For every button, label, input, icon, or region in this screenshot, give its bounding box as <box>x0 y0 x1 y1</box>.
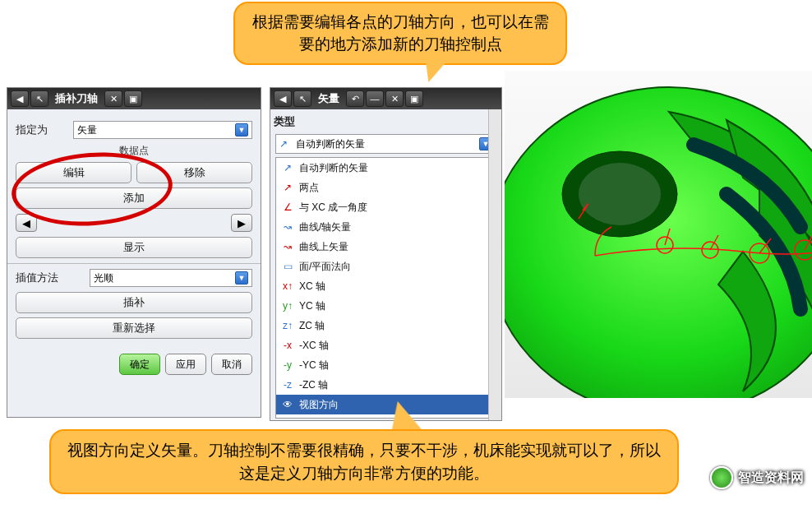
close-button[interactable]: ✕ <box>385 90 404 107</box>
option-icon: ▭ <box>281 260 294 273</box>
maximize-button[interactable]: ▣ <box>405 90 423 107</box>
specify-as-value: 矢量 <box>77 123 97 137</box>
interp-method-select[interactable]: 光顺 ▼ <box>90 269 252 287</box>
vector-type-option[interactable]: -z-ZC 轴 <box>276 375 496 395</box>
undo-button[interactable]: ↶ <box>346 90 364 107</box>
option-label: 按系数 <box>299 418 329 419</box>
type-group-label: 类型 <box>270 113 501 131</box>
option-icon: x↑ <box>281 280 294 293</box>
vector-type-combo[interactable]: ↗ 自动判断的矢量 ▼ <box>275 134 496 154</box>
reselect-button[interactable]: 重新选择 <box>16 317 252 339</box>
apply-button[interactable]: 应用 <box>165 354 206 375</box>
close-button[interactable]: ✕ <box>104 90 122 107</box>
vector-type-option[interactable]: ↗自动判断的矢量 <box>276 158 496 178</box>
interp-method-label: 插值方法 <box>16 271 90 285</box>
vector-type-option[interactable]: ↝曲线上矢量 <box>276 237 496 257</box>
viewport-3d[interactable] <box>505 71 812 398</box>
option-icon: ↗ <box>281 181 294 194</box>
vector-type-value: 自动判断的矢量 <box>296 137 365 151</box>
option-icon: -y <box>281 359 294 372</box>
option-icon: y↑ <box>281 299 294 312</box>
option-label: 视图方向 <box>299 398 339 412</box>
remove-button[interactable]: 移除 <box>136 162 252 183</box>
ok-button[interactable]: 确定 <box>119 354 160 375</box>
option-label: 两点 <box>299 181 319 195</box>
option-label: ZC 轴 <box>299 319 325 333</box>
divider <box>7 263 261 264</box>
svg-point-2 <box>579 163 661 225</box>
next-button[interactable]: ▶ <box>231 214 252 232</box>
dash-button[interactable]: — <box>366 90 384 107</box>
annotation-bottom: 视图方向定义矢量。刀轴控制不需要很精确，只要不干涉，机床能实现就可以了，所以这是… <box>49 429 679 494</box>
annotation-top-text: 根据需要编辑各点的刀轴方向，也可以在需要的地方添加新的刀轴控制点 <box>252 13 549 53</box>
back-button[interactable]: ◀ <box>11 90 29 107</box>
cancel-button[interactable]: 取消 <box>211 354 252 375</box>
vector-type-option[interactable]: x↑XC 轴 <box>276 276 496 296</box>
vector-type-option[interactable]: ∠与 XC 成一角度 <box>276 197 496 217</box>
edit-button[interactable]: 编辑 <box>16 162 131 183</box>
scrollbar[interactable] <box>488 109 501 420</box>
option-label: XC 轴 <box>299 280 325 294</box>
interpolate-button[interactable]: 插补 <box>16 292 252 313</box>
dropdown-arrow-icon: ▼ <box>235 123 248 137</box>
dropdown-arrow-icon: ▼ <box>235 271 248 285</box>
impeller-model <box>505 71 812 398</box>
display-button[interactable]: 显示 <box>16 237 252 258</box>
option-label: 曲线上矢量 <box>299 240 348 254</box>
option-icon: 👁 <box>281 398 294 411</box>
titlebar: ◀ ↖ 矢量 ↶ — ✕ ▣ <box>270 88 501 109</box>
option-icon: ↗ <box>281 161 294 174</box>
interp-method-value: 光顺 <box>94 271 113 285</box>
option-label: 面/平面法向 <box>299 260 351 274</box>
watermark: 智造资料网 <box>710 466 804 489</box>
titlebar: ◀ ↖ 插补刀轴 ✕ ▣ <box>7 88 261 109</box>
dialog-title: 插补刀轴 <box>50 91 103 106</box>
prev-button[interactable]: ◀ <box>16 214 37 232</box>
vector-type-option[interactable]: -y-YC 轴 <box>276 355 496 375</box>
option-icon: ↝ <box>281 240 294 253</box>
watermark-text: 智造资料网 <box>738 470 804 487</box>
annotation-top: 根据需要编辑各点的刀轴方向，也可以在需要的地方添加新的刀轴控制点 <box>233 2 567 65</box>
option-icon: z↑ <box>281 319 294 332</box>
dialog-interpolate-tool-axis: ◀ ↖ 插补刀轴 ✕ ▣ 指定为 矢量 ▼ 数据点 编辑 移除 添加 ◀ ▶ 显… <box>7 87 261 418</box>
datapoints-group-label: 数据点 <box>16 144 252 158</box>
vector-type-option[interactable]: ↝曲线/轴矢量 <box>276 217 496 237</box>
option-label: YC 轴 <box>299 299 325 313</box>
specify-as-select[interactable]: 矢量 ▼ <box>73 121 252 139</box>
option-icon: -z <box>281 378 294 391</box>
option-label: -YC 轴 <box>299 359 329 372</box>
inferred-vector-icon: ↗ <box>279 138 293 150</box>
vector-type-option[interactable]: ↗两点 <box>276 178 496 197</box>
option-label: -ZC 轴 <box>299 378 328 392</box>
dialog-title: 矢量 <box>313 91 344 106</box>
vector-type-list[interactable]: ↗自动判断的矢量↗两点∠与 XC 成一角度↝曲线/轴矢量↝曲线上矢量▭面/平面法… <box>275 157 496 419</box>
vector-type-option[interactable]: -x-XC 轴 <box>276 335 496 355</box>
annotation-bottom-text: 视图方向定义矢量。刀轴控制不需要很精确，只要不干涉，机床能实现就可以了，所以这是… <box>67 442 661 482</box>
dialog-body: 指定为 矢量 ▼ 数据点 编辑 移除 添加 ◀ ▶ 显示 插值方法 光顺 ▼ 插… <box>7 109 261 382</box>
option-icon: ∠ <box>281 201 294 214</box>
wechat-icon <box>710 466 733 489</box>
pin-icon[interactable]: ↖ <box>293 90 311 107</box>
add-button[interactable]: 添加 <box>16 187 252 209</box>
dialog-vector: ◀ ↖ 矢量 ↶ — ✕ ▣ 类型 ↗ 自动判断的矢量 ▼ ↗自动判断的矢量↗两… <box>270 87 502 421</box>
option-label: 与 XC 成一角度 <box>299 201 367 215</box>
specify-as-label: 指定为 <box>16 123 73 137</box>
option-icon: ↝ <box>281 220 294 234</box>
option-icon: -x <box>281 339 294 352</box>
pin-icon[interactable]: ↖ <box>30 90 48 107</box>
option-label: -XC 轴 <box>299 339 329 353</box>
maximize-button[interactable]: ▣ <box>124 90 142 107</box>
back-button[interactable]: ◀ <box>274 90 292 107</box>
option-icon: k <box>281 418 294 419</box>
vector-type-option[interactable]: z↑ZC 轴 <box>276 316 496 335</box>
vector-type-option[interactable]: ▭面/平面法向 <box>276 257 496 276</box>
option-label: 自动判断的矢量 <box>299 161 368 175</box>
vector-type-option[interactable]: y↑YC 轴 <box>276 296 496 316</box>
option-label: 曲线/轴矢量 <box>299 220 351 234</box>
